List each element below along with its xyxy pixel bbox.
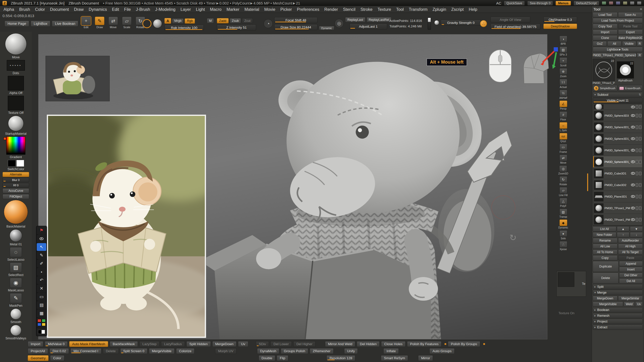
list-all-button[interactable]: List All	[593, 226, 616, 232]
lightbox-button[interactable]: LightBox	[31, 21, 50, 27]
visibility-eye-icon[interactable]	[631, 149, 635, 152]
focal-dial-icon[interactable]: ◔	[264, 19, 273, 28]
weld-toggle[interactable]: Weld	[624, 301, 635, 307]
scale-mode-button[interactable]: ▱ Scale	[121, 17, 133, 29]
panel-menu-icon[interactable]: ≡	[640, 7, 642, 11]
gravity-direction-icon[interactable]	[434, 20, 439, 25]
brush-preview-icon[interactable]	[142, 19, 151, 28]
menu-material[interactable]: Material	[242, 7, 262, 12]
panel-scroll-indicator[interactable]	[587, 173, 588, 191]
subtool-row[interactable]: PM3D_TPose1_PM3D_Sphere3	[593, 214, 642, 225]
visibility-eye-icon[interactable]	[631, 207, 635, 209]
copy-tool-button[interactable]: Copy Tool	[593, 24, 618, 29]
menu-preferences[interactable]: Preferences	[294, 7, 322, 12]
transparency-button[interactable]: ▧Transp	[559, 209, 567, 218]
texture-thumbnail[interactable]	[558, 272, 574, 287]
mergevisible-button[interactable]: MergeVisible	[593, 301, 623, 307]
subtool-row[interactable]: PM3D_Cube3D2	[593, 179, 642, 191]
cursor-icon[interactable]: ↖	[37, 243, 46, 251]
floor-button[interactable]: #Floor	[559, 111, 567, 121]
menu-stroke[interactable]: Stroke	[358, 7, 375, 12]
yellow-swatch[interactable]	[42, 323, 46, 326]
inflate-button[interactable]: Inflate	[383, 348, 399, 354]
menu-alpha[interactable]: Alpha	[1, 7, 17, 12]
white-swatch[interactable]	[42, 330, 45, 334]
folder-down-button[interactable]: ↓	[630, 232, 643, 237]
close-holes-button[interactable]: Close Holes	[381, 341, 406, 347]
zremesher-button[interactable]: ZRemesher	[310, 348, 334, 354]
export-button[interactable]: Export	[618, 29, 643, 35]
titlebar-icon-6[interactable]	[637, 1, 641, 5]
clipboard-icon[interactable]: ▤	[37, 301, 46, 309]
load-tool-button[interactable]: Load Tool	[593, 12, 618, 17]
qxyz-button[interactable]: xyzQxyz	[559, 133, 567, 143]
extract-section-header[interactable]: ▸Extract	[593, 325, 643, 330]
subtool-row[interactable]: PM3D_Sphere3D1_4	[593, 145, 642, 156]
split-hidden-button[interactable]: Split Hidden	[186, 341, 211, 347]
z-intensity-slider[interactable]: Z Intensity 51	[217, 24, 256, 30]
green-swatch[interactable]	[42, 319, 46, 322]
material-preview-icon[interactable]	[153, 19, 162, 28]
goz-all-button[interactable]: All	[607, 41, 621, 46]
see-through-slider[interactable]: See-through 0	[527, 1, 553, 6]
lsym-button[interactable]: ⇔L.Sym	[559, 122, 567, 132]
bpr-button[interactable]: ◑BPR	[559, 36, 567, 45]
make-polymesh3d-button[interactable]: Make PolyMesh3D	[618, 35, 643, 40]
polish-groups-toggle-dot[interactable]	[483, 343, 485, 345]
midvalue-slider[interactable]: MidValue 0	[45, 341, 68, 347]
boolean-section-header[interactable]: ▸Boolean	[593, 307, 643, 312]
active-tool-thumbnail[interactable]: 22	[593, 59, 615, 81]
menu-dynamics[interactable]: Dynamics	[86, 7, 109, 12]
auto-mask-fibermesh-button[interactable]: Auto Mask FiberMesh	[69, 341, 108, 347]
unify-button[interactable]: Unify	[344, 348, 358, 354]
insert-button[interactable]: Insert	[619, 267, 643, 272]
quicksave-button[interactable]: QuickSave	[504, 1, 525, 6]
mergedown-bottom-button[interactable]: MergeDown	[212, 341, 237, 347]
color-tab[interactable]: Color	[50, 355, 64, 361]
metal-material-sphere[interactable]	[10, 229, 22, 242]
mask-pen-icon[interactable]: ✎	[10, 293, 22, 303]
remesh-section-header[interactable]: ▸Remesh	[593, 313, 643, 318]
red-swatch[interactable]	[37, 319, 41, 322]
active-tool-name[interactable]: PM3D_TPose1_PM3D_Sphere3	[593, 53, 636, 58]
eraser-brush-button[interactable]: EraserBrush	[618, 85, 643, 92]
subtool-row[interactable]: PM3D_Cube3D1	[593, 168, 642, 179]
append-button[interactable]: Append	[619, 261, 643, 266]
subtool-row[interactable]: PM3D_TPose1_PM3D_Sphere3	[593, 202, 642, 214]
uv-button[interactable]: Uv	[238, 341, 248, 347]
visibility-eye-icon[interactable]	[631, 137, 635, 140]
mirror-and-weld-button[interactable]: Mirror And Weld	[325, 341, 355, 347]
alternate-button[interactable]: Alternate	[3, 172, 29, 177]
smart-resym-button[interactable]: Smart ReSym	[381, 355, 408, 361]
dynamesh-button[interactable]: DynaMesh	[257, 348, 279, 354]
anchor-a-icon[interactable]: A	[165, 18, 171, 24]
texture-on-label[interactable]: Texture On	[558, 311, 575, 315]
draw-mode-button[interactable]: ✎ Draw	[94, 17, 106, 29]
pin-icon[interactable]: ⚑	[37, 227, 46, 234]
polish-by-features-button[interactable]: Polish By Features	[407, 341, 441, 347]
subtool-row[interactable]: PM3D_Sphere3D1_8	[593, 133, 642, 144]
delete-subtool-button[interactable]: Delete	[593, 273, 619, 284]
merge-section-header[interactable]: ▾Merge	[593, 290, 643, 295]
sdiv-slider[interactable]: SDiv	[256, 341, 269, 347]
frame-button[interactable]: ▭Frame	[559, 144, 567, 153]
mrgb-button[interactable]: Mrgb	[172, 18, 184, 24]
eye-icon[interactable]	[37, 235, 46, 243]
stroke-preview[interactable]: •••••	[7, 60, 25, 71]
menu-help[interactable]: Help	[466, 7, 480, 12]
actual-button[interactable]: 1:1Actual	[559, 79, 567, 88]
subtool-row[interactable]: PM3D_Plane3D1	[593, 191, 642, 202]
subtool-row[interactable]: PM3D_Sphere3D1_3	[593, 121, 642, 133]
replay-last-button[interactable]: ReplayLast	[345, 17, 366, 22]
menu-file[interactable]: File	[122, 7, 133, 12]
titlebar-icon-1[interactable]	[602, 1, 606, 5]
split-screen-slider[interactable]: Split Screen 0	[120, 348, 147, 354]
accucurve-button[interactable]: AccuCurve	[3, 188, 29, 193]
visibility-eye-icon[interactable]	[631, 126, 635, 128]
highlighter-icon[interactable]: ✐	[37, 260, 46, 267]
groups-polish-button[interactable]: Groups Polish	[281, 348, 308, 354]
flip-button[interactable]: Flip	[277, 355, 288, 361]
xpose-button[interactable]: ∴Xpose	[559, 241, 567, 251]
visible-count-slider[interactable]: Visible Count 11	[593, 98, 643, 103]
draw-size-slider[interactable]: Draw Size 80.22444	[274, 24, 317, 30]
